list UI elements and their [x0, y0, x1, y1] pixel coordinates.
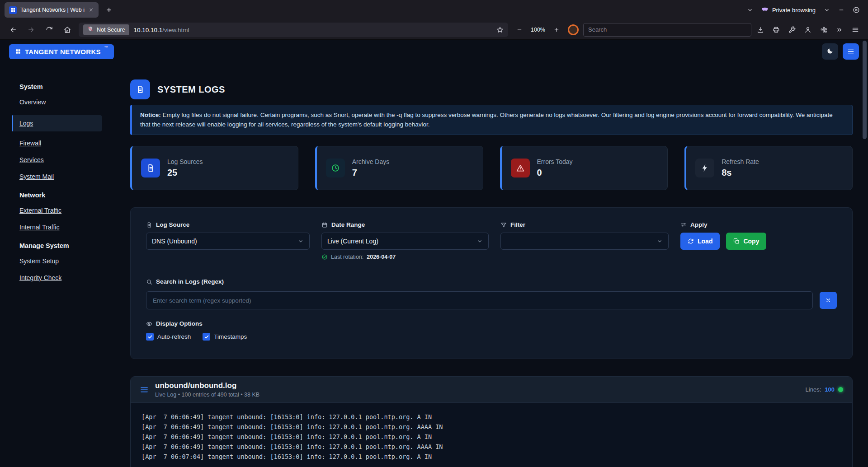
zoom-level[interactable]: 100%: [531, 27, 545, 33]
navigation-toolbar: Not Secure 10.10.10.1/view.html 100%: [0, 20, 868, 40]
timestamps-checkbox[interactable]: Timestamps: [203, 333, 247, 341]
auto-refresh-checkbox[interactable]: Auto-refresh: [146, 333, 191, 341]
sidebar-item-internal-traffic[interactable]: Internal Traffic: [19, 224, 130, 231]
date-range-group: Date Range Live (Current Log) Last rotat…: [321, 221, 489, 260]
display-options-label: Display Options: [156, 320, 203, 327]
log-line: [Apr 7 06:06:49] tangent unbound: [16153…: [142, 412, 841, 422]
notice-label: Notice:: [140, 112, 161, 118]
sidebar-item-integrity-check[interactable]: Integrity Check: [19, 274, 130, 281]
warning-icon: [511, 159, 530, 177]
tools-wrench-icon[interactable]: [788, 26, 796, 33]
app-menu-button[interactable]: [843, 43, 859, 60]
search-icon: [146, 279, 152, 285]
sidebar-section-manage: Manage System System Setup Integrity Che…: [19, 242, 130, 281]
stat-card-errors-today: Errors Today 0: [500, 146, 668, 190]
copy-button[interactable]: Copy: [726, 233, 766, 250]
sidebar-item-logs-active[interactable]: Logs: [12, 115, 102, 131]
stat-card-refresh-rate: Refresh Rate 8s: [684, 146, 853, 190]
sidebar-item-services[interactable]: Services: [19, 156, 130, 163]
log-viewer-header: unbound/unbound.log Live Log • 100 entri…: [131, 377, 852, 403]
document-icon: [141, 159, 160, 177]
sidebar-item-system-setup[interactable]: System Setup: [19, 257, 130, 265]
log-menu-icon[interactable]: [140, 385, 149, 394]
stat-card-archive-days: Archive Days 7: [315, 146, 483, 190]
log-lines-badge: Lines: 100: [806, 386, 843, 393]
url-bar[interactable]: Not Secure 10.10.10.1/view.html: [79, 23, 508, 37]
browser-tab[interactable]: Tangent Networks | Web i: [5, 2, 99, 18]
url-host: 10.10.10.1: [134, 27, 163, 33]
moon-icon: [826, 47, 834, 56]
chevron-down-icon: [476, 238, 483, 244]
browser-search-field[interactable]: [583, 23, 751, 37]
apply-group: Apply Load Copy: [680, 221, 837, 260]
last-rotation-note: Last rotation: 2026-04-07: [321, 254, 489, 260]
log-line: [Apr 7 06:06:49] tangent unbound: [16153…: [142, 422, 841, 432]
menu-hamburger-icon[interactable]: [852, 26, 859, 33]
bookmark-star-icon[interactable]: [496, 26, 504, 33]
log-source-group: Log Source DNS (Unbound): [146, 221, 310, 260]
last-rotation-value: 2026-04-07: [367, 254, 396, 260]
browser-search-input[interactable]: [588, 26, 746, 33]
window-minimize-button[interactable]: [838, 7, 844, 13]
lines-label: Lines:: [806, 386, 821, 393]
sidebar-item-firewall[interactable]: Firewall: [19, 140, 130, 147]
logo-text: TANGENT NETWORKS: [25, 48, 101, 56]
log-line: [Apr 7 06:07:04] tangent unbound: [16153…: [142, 452, 841, 462]
private-browsing-indicator: Private browsing: [761, 6, 816, 14]
tab-close-icon[interactable]: [89, 7, 94, 13]
log-filename: unbound/unbound.log: [155, 381, 259, 390]
sidebar-item-system-mail[interactable]: System Mail: [19, 173, 130, 180]
apply-label: Apply: [690, 221, 708, 228]
window-close-button[interactable]: [853, 6, 860, 14]
notice-text: Empty log files do not signal failure. C…: [140, 112, 833, 128]
private-browsing-label: Private browsing: [772, 7, 816, 14]
zoom-out-button[interactable]: [513, 23, 526, 37]
date-range-select[interactable]: Live (Current Log): [321, 233, 489, 250]
log-source-value: DNS (Unbound): [152, 238, 197, 245]
sliders-icon: [680, 222, 687, 228]
sidebar-item-logs[interactable]: Logs: [19, 120, 95, 127]
date-range-value: Live (Current Log): [327, 238, 378, 245]
sidebar-item-overview[interactable]: Overview: [19, 98, 130, 106]
not-secure-badge[interactable]: Not Secure: [83, 24, 129, 35]
sidebar-item-external-traffic[interactable]: External Traffic: [19, 207, 130, 214]
reload-button[interactable]: [42, 23, 56, 37]
browser-window: Tangent Networks | Web i Private browsin…: [0, 0, 868, 467]
window-menu-chevron-icon[interactable]: [824, 7, 830, 13]
document-icon: [146, 222, 152, 228]
sidebar-section-title: System: [19, 83, 130, 90]
logo-button[interactable]: TANGENT NETWORKS ™: [9, 44, 114, 59]
print-icon[interactable]: [773, 26, 780, 33]
tab-list-chevron-icon[interactable]: [747, 7, 753, 13]
log-filter-panel: Log Source DNS (Unbound) Date Range: [130, 207, 853, 359]
sidebar: System Overview Logs Firewall Services S…: [0, 63, 130, 467]
save-page-icon[interactable]: [757, 26, 764, 33]
dark-mode-toggle[interactable]: [822, 43, 838, 60]
app-header: TANGENT NETWORKS ™: [0, 40, 868, 63]
extensions-puzzle-icon[interactable]: [820, 26, 827, 33]
home-button[interactable]: [61, 23, 74, 37]
private-mask-icon: [761, 6, 769, 14]
zoom-in-button[interactable]: [550, 23, 563, 37]
account-icon[interactable]: [804, 26, 811, 33]
back-button[interactable]: [6, 23, 20, 37]
overflow-chevrons-icon[interactable]: [836, 26, 843, 33]
filter-select[interactable]: [500, 233, 669, 250]
main-content: SYSTEM LOGS Notice: Empty log files do n…: [130, 63, 853, 467]
log-search-input[interactable]: [146, 291, 813, 309]
filter-label: Filter: [510, 221, 525, 228]
clear-search-button[interactable]: [820, 292, 837, 309]
logo-trademark: ™: [104, 46, 108, 50]
log-source-select[interactable]: DNS (Unbound): [146, 233, 310, 250]
forward-button[interactable]: [24, 23, 38, 37]
shield-slash-icon: [87, 26, 94, 33]
log-source-label: Log Source: [156, 221, 189, 228]
new-tab-button[interactable]: [102, 3, 116, 17]
profile-avatar[interactable]: [568, 24, 579, 35]
log-line: [Apr 7 06:06:49] tangent unbound: [16153…: [142, 442, 841, 452]
load-button[interactable]: Load: [680, 233, 720, 250]
site-favicon-icon: [9, 6, 17, 14]
filter-group: Filter: [500, 221, 669, 260]
page-scrollbar-thumb[interactable]: [863, 41, 867, 139]
search-logs-label: Search in Logs (Regex): [156, 278, 224, 285]
